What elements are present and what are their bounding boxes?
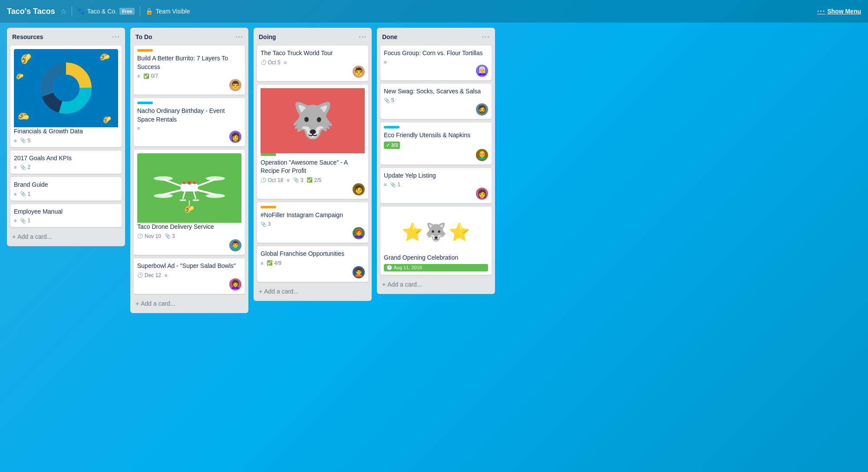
- card-meta: 🕐 Dec 12 ≡: [137, 272, 241, 278]
- add-icon: +: [382, 281, 386, 288]
- visibility-info[interactable]: 🔒 Team Visible: [145, 8, 190, 15]
- meta-text: Nov 10: [145, 233, 161, 239]
- drone-image: 🌮: [137, 153, 241, 223]
- card-title: Nacho Ordinary Birthday - Event Space Re…: [137, 107, 241, 124]
- column-menu-button[interactable]: ···: [112, 32, 120, 41]
- card-avatar: 👨: [229, 79, 241, 91]
- card-meta: 🕐 Nov 10 📎 3: [137, 233, 241, 239]
- column-menu-button[interactable]: ···: [359, 32, 366, 41]
- board-title: Taco's Tacos: [7, 7, 55, 16]
- avatar-emoji: 👨: [231, 81, 240, 89]
- meta-icon: 🕐: [137, 233, 143, 239]
- card-brand[interactable]: Brand Guide ≡ 📎 1: [10, 177, 122, 201]
- card-burrito[interactable]: Build A Better Burrito: 7 Layers To Succ…: [134, 46, 245, 95]
- visibility-label: Team Visible: [155, 8, 190, 15]
- card-title: Financials & Growth Data: [14, 127, 118, 136]
- meta-item: 🕐 Oct 18: [261, 177, 283, 183]
- card-yelp[interactable]: Update Yelp Listing ≡ 📎 1 👩: [380, 168, 492, 204]
- meta-item: 🕐 Nov 10: [137, 233, 161, 239]
- avatar-emoji: 🧑: [354, 185, 363, 193]
- star-icon[interactable]: ☆: [60, 7, 66, 16]
- show-menu-label: Show Menu: [827, 8, 861, 15]
- svg-point-11: [206, 176, 225, 181]
- add-icon: +: [12, 233, 16, 240]
- card-title: Update Yelp Listing: [384, 172, 488, 180]
- card-label: [384, 126, 399, 129]
- add-card-resources[interactable]: + Add a card...: [10, 231, 122, 243]
- column-title: Doing: [259, 33, 276, 40]
- card-avatar: 👩‍🦱: [229, 278, 241, 290]
- card-franchise[interactable]: Global Franchise Opportunities ≡ ✅ 4/9 🧑…: [257, 246, 368, 282]
- card-grand-opening[interactable]: ⭐🐺⭐ Grand Opening Celebration 🕐 Aug 11, …: [380, 207, 492, 275]
- card-superbowl[interactable]: Superbowl Ad - "Super Salad Bowls" 🕐 Dec…: [134, 258, 245, 294]
- meta-item: ≡: [384, 59, 386, 65]
- meta-text: 1: [27, 191, 30, 197]
- card-financials[interactable]: 🌮 🌮 🌮 🌮 🌮 Financials & Growth Data ≡ 📎 5: [10, 46, 122, 147]
- svg-text:🌮: 🌮: [185, 205, 195, 214]
- add-card-todo[interactable]: + Add a card...: [134, 297, 245, 310]
- card-title: Employee Manual: [14, 208, 118, 216]
- meta-icon: 📎: [384, 98, 390, 103]
- card-meta: ≡ 📎 1: [14, 218, 118, 224]
- meta-icon: 📎: [390, 182, 396, 188]
- card-title: 2017 Goals And KPIs: [14, 154, 118, 163]
- card-awesome-sauce[interactable]: 🐺 Operation "Awesome Sauce" - A Recipe F…: [257, 85, 368, 199]
- card-avatar: 🧑: [353, 183, 365, 195]
- add-card-done[interactable]: + Add a card...: [380, 278, 492, 290]
- card-eco[interactable]: Eco Friendly Utensils & Napkins ✓ 3/3 👨‍…: [380, 122, 492, 165]
- meta-text: Oct 5: [268, 59, 281, 66]
- meta-item: ≡: [261, 261, 263, 266]
- meta-text: 3: [300, 177, 304, 183]
- meta-icon: ≡: [165, 273, 167, 278]
- column-menu-button[interactable]: ···: [235, 32, 243, 41]
- card-drone[interactable]: 🌮 Taco Drone Delivery Service 🕐 Nov 10 📎…: [134, 150, 245, 255]
- avatar-emoji: 🧔: [477, 106, 487, 113]
- card-goals[interactable]: 2017 Goals And KPIs ≡ 📎 2: [10, 151, 122, 174]
- column-title: Resources: [12, 33, 43, 40]
- workspace-icon: 🐾: [77, 8, 85, 15]
- card-title: Global Franchise Opportunities: [261, 250, 365, 258]
- card-swag[interactable]: New Swag: Socks, Scarves & Salsa 📎 5 🧔: [380, 84, 492, 119]
- add-card-label: Add a card...: [141, 300, 175, 307]
- svg-point-21: [183, 182, 185, 184]
- card-employee[interactable]: Employee Manual ≡ 📎 1: [10, 204, 122, 228]
- meta-text: 2/5: [314, 177, 321, 183]
- donut-chart: 🌮 🌮 🌮 🌮 🌮: [14, 49, 118, 127]
- meta-text: 2: [27, 164, 30, 170]
- show-menu-button[interactable]: ··· Show Menu: [817, 7, 861, 15]
- add-icon: +: [259, 288, 262, 295]
- card-label: [137, 49, 153, 52]
- meta-icon: 📎: [20, 191, 26, 197]
- card-meta: 🕐 Oct 5 ≡: [261, 59, 365, 66]
- column-menu-button[interactable]: ···: [482, 32, 490, 41]
- card-taco-truck[interactable]: The Taco Truck World Tour 🕐 Oct 5 ≡ 👨: [257, 46, 368, 81]
- meta-text: 5: [27, 138, 30, 144]
- card-title: The Taco Truck World Tour: [261, 49, 365, 58]
- meta-icon: ✅: [143, 73, 149, 79]
- header-right: ··· Show Menu: [817, 7, 861, 15]
- meta-item: 📎 3: [261, 221, 271, 227]
- card-title: Eco Friendly Utensils & Napkins: [384, 131, 488, 140]
- meta-item: 📎 3: [293, 177, 304, 183]
- card-avatar: 👨‍🦱: [229, 239, 241, 251]
- card-meta: ≡: [137, 125, 241, 131]
- card-avatar: 🧔: [476, 103, 488, 116]
- svg-point-10: [154, 176, 173, 181]
- column-title: To Do: [135, 33, 152, 40]
- card-nacho[interactable]: Nacho Ordinary Birthday - Event Space Re…: [134, 98, 245, 146]
- meta-icon: ≡: [384, 59, 386, 65]
- card-focus-group[interactable]: Focus Group: Corn vs. Flour Tortillas ≡ …: [380, 46, 492, 80]
- meta-icon: 📎: [20, 218, 26, 224]
- add-card-doing[interactable]: + Add a card...: [257, 285, 368, 297]
- meta-text: 1: [397, 182, 400, 188]
- app-header: Taco's Tacos ☆ 🐾 Taco & Co. Free 🔒 Team …: [0, 0, 868, 23]
- meta-icon: ≡: [284, 60, 287, 65]
- card-instagram[interactable]: #NoFiller Instagram Campaign 📎 3 👩‍🦰: [257, 202, 368, 243]
- card-title: Focus Group: Corn vs. Flour Tortillas: [384, 49, 488, 58]
- svg-point-20: [188, 181, 191, 185]
- meta-item: ≡: [137, 73, 140, 79]
- svg-line-15: [194, 191, 196, 199]
- dots-icon: ···: [817, 7, 825, 15]
- meta-icon: 🕐: [261, 177, 267, 183]
- meta-item: ≡: [284, 60, 287, 65]
